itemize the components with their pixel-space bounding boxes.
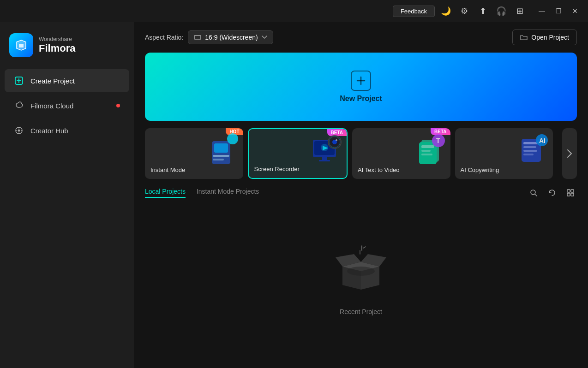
minimize-button[interactable]: — <box>534 4 549 18</box>
feature-cards: HOT Instant Mode BETA <box>145 128 577 179</box>
maximize-button[interactable]: ❐ <box>551 4 566 18</box>
creator-hub-icon <box>14 125 24 136</box>
top-bar: Aspect Ratio: 16:9 (Widescreen) Open Pro… <box>134 22 588 53</box>
new-project-label: New Project <box>340 95 382 103</box>
empty-state-icon <box>333 241 389 301</box>
aspect-ratio-value: 16:9 (Widescreen) <box>205 34 258 41</box>
feature-card-ai-copywriting[interactable]: AI AI Copywriting <box>455 128 553 179</box>
upload-icon[interactable]: ⬆ <box>475 4 490 18</box>
empty-state-label: Recent Project <box>340 308 382 315</box>
create-project-label: Create Project <box>30 77 75 85</box>
close-button[interactable]: ✕ <box>568 4 582 18</box>
logo-brand: Wondershare <box>39 36 75 42</box>
projects-tabs: Local Projects Instant Mode Projects <box>145 186 577 199</box>
aspect-ratio-label: Aspect Ratio: <box>145 34 183 41</box>
title-bar: Feedback 🌙 ⚙ ⬆ 🎧 ⊞ — ❐ ✕ <box>0 0 588 22</box>
create-project-icon <box>14 76 24 86</box>
svg-rect-45 <box>571 190 574 192</box>
filmora-cloud-icon <box>14 101 24 111</box>
instant-mode-illustration <box>207 132 240 169</box>
sidebar-item-creator-hub[interactable]: Creator Hub <box>5 119 129 142</box>
aspect-ratio-selector: Aspect Ratio: 16:9 (Widescreen) <box>145 30 273 44</box>
tabs-left: Local Projects Instant Mode Projects <box>145 188 259 198</box>
notification-badge <box>116 104 120 107</box>
svg-text:T: T <box>436 137 440 144</box>
filmora-cloud-label: Filmora Cloud <box>30 102 73 110</box>
svg-rect-47 <box>571 193 574 196</box>
sidebar-item-filmora-cloud[interactable]: Filmora Cloud <box>5 94 129 117</box>
tab-instant-mode-projects[interactable]: Instant Mode Projects <box>197 188 259 198</box>
screen-recorder-illustration <box>311 133 343 170</box>
chevron-down-icon <box>262 36 267 39</box>
sidebar: Wondershare Filmora Create Project Filmo… <box>0 22 134 368</box>
svg-rect-21 <box>319 160 330 161</box>
new-project-banner[interactable]: New Project <box>145 53 577 121</box>
svg-point-4 <box>18 130 20 132</box>
chevron-right-icon <box>567 149 572 158</box>
aspect-ratio-dropdown-icon <box>194 35 201 40</box>
projects-section: Local Projects Instant Mode Projects <box>145 186 577 368</box>
svg-rect-17 <box>213 159 224 160</box>
more-cards-button[interactable] <box>562 128 577 179</box>
ai-text-to-video-illustration: T <box>414 131 447 172</box>
svg-point-48 <box>347 267 375 276</box>
svg-rect-44 <box>567 190 570 192</box>
tab-local-projects[interactable]: Local Projects <box>145 188 186 198</box>
svg-rect-32 <box>421 154 432 155</box>
svg-line-43 <box>535 194 537 196</box>
creator-hub-label: Creator Hub <box>30 127 68 135</box>
headset-icon[interactable]: 🎧 <box>494 4 509 18</box>
settings-icon[interactable]: ⚙ <box>457 4 472 18</box>
refresh-button[interactable] <box>546 186 558 199</box>
logo-product: Filmora <box>39 42 75 54</box>
svg-rect-15 <box>229 136 236 142</box>
svg-rect-38 <box>523 150 537 152</box>
sidebar-item-create-project[interactable]: Create Project <box>5 69 129 92</box>
search-button[interactable] <box>527 186 540 199</box>
svg-rect-31 <box>421 150 431 152</box>
folder-open-icon <box>520 34 528 41</box>
feature-card-screen-recorder[interactable]: BETA Screen Recorder <box>248 128 348 179</box>
logo-area: Wondershare Filmora <box>0 28 134 68</box>
svg-rect-37 <box>523 146 536 148</box>
svg-text:AI: AI <box>539 137 546 144</box>
aspect-ratio-dropdown[interactable]: 16:9 (Widescreen) <box>188 30 273 44</box>
open-project-button[interactable]: Open Project <box>512 30 577 45</box>
new-project-icon <box>351 71 371 91</box>
feature-card-ai-text-to-video[interactable]: BETA T AI Text to Video <box>352 128 450 179</box>
svg-rect-46 <box>567 193 570 196</box>
tabs-right <box>527 186 577 199</box>
grid-icon[interactable]: ⊞ <box>512 4 527 18</box>
svg-point-25 <box>336 139 337 141</box>
svg-rect-13 <box>214 143 228 153</box>
svg-rect-16 <box>213 155 229 157</box>
feedback-button[interactable]: Feedback <box>393 6 435 17</box>
empty-state: Recent Project <box>145 207 577 368</box>
svg-rect-9 <box>194 36 201 39</box>
window-controls: — ❐ ✕ <box>534 4 582 18</box>
main-content: Aspect Ratio: 16:9 (Widescreen) Open Pro… <box>134 22 588 368</box>
svg-rect-20 <box>322 157 327 160</box>
open-project-label: Open Project <box>531 34 569 41</box>
svg-line-51 <box>363 247 366 248</box>
svg-rect-30 <box>421 145 434 148</box>
grid-view-button[interactable] <box>564 186 577 199</box>
theme-icon[interactable]: 🌙 <box>438 4 453 18</box>
svg-rect-39 <box>523 154 534 155</box>
app-body: Wondershare Filmora Create Project Filmo… <box>0 22 588 368</box>
feature-card-instant-mode[interactable]: HOT Instant Mode <box>145 128 243 179</box>
logo-text: Wondershare Filmora <box>39 36 75 54</box>
ai-copywriting-illustration: AI <box>517 132 549 169</box>
app-logo-icon <box>9 33 33 57</box>
